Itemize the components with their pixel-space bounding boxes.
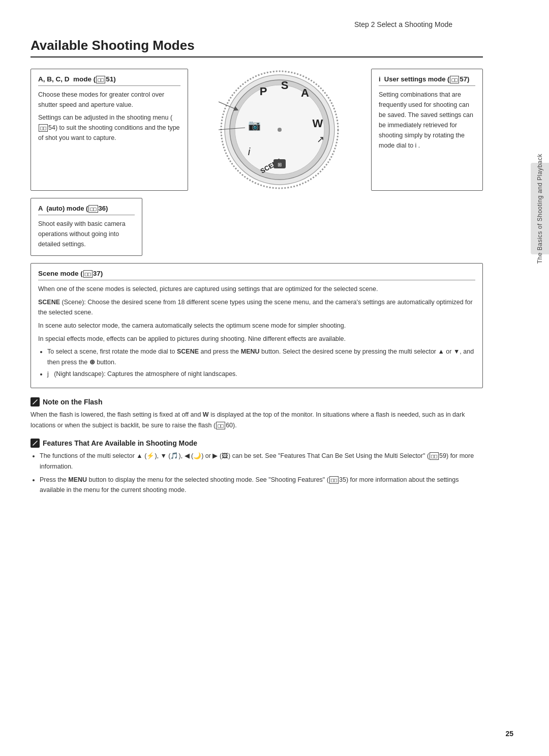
scene-mode-box: Scene mode (□□37) When one of the scene … xyxy=(30,263,483,388)
svg-text:A: A xyxy=(301,86,309,99)
note-flash-icon xyxy=(30,397,40,406)
svg-text:i: i xyxy=(248,146,251,157)
auto-mode-title: A (auto) mode (□□36) xyxy=(38,205,135,215)
auto-mode-body: Shoot easily with basic camera operation… xyxy=(38,219,135,249)
page-title: Available Shooting Modes xyxy=(30,38,483,57)
svg-point-16 xyxy=(278,128,282,132)
note-flash-title: Note on the Flash xyxy=(30,397,483,406)
features-icon xyxy=(30,439,40,448)
abcd-mode-box: A, B, C, D mode (□□51) Choose these mode… xyxy=(30,69,188,191)
vertical-tab-text: The Basics of Shooting and Playback xyxy=(536,154,543,264)
scene-mode-body: When one of the scene modes is selected,… xyxy=(38,284,475,380)
abcd-mode-title: A, B, C, D mode (□□51) xyxy=(38,75,180,86)
mode-dial-container: // We'll draw this purely in SVG with a … xyxy=(197,69,362,191)
svg-text:W: W xyxy=(313,117,323,130)
note-flash-body: When the flash is lowered, the flash set… xyxy=(30,410,483,430)
vertical-tab: The Basics of Shooting and Playback xyxy=(531,163,549,254)
user-settings-body: Setting combinations that are frequently… xyxy=(379,90,475,151)
svg-text:P: P xyxy=(260,85,267,98)
mid-row: A (auto) mode (□□36) Shoot easily with b… xyxy=(30,198,483,256)
abcd-mode-body: Choose these modes for greater control o… xyxy=(38,90,180,143)
user-settings-box: i User settings mode (□□57) Setting comb… xyxy=(371,69,483,191)
step-header: Step 2 Select a Shooting Mode xyxy=(30,20,483,28)
features-title: Features That Are Available in Shooting … xyxy=(30,439,483,448)
svg-text:↗: ↗ xyxy=(317,134,324,144)
svg-text:⊞: ⊞ xyxy=(278,162,282,167)
auto-mode-box: A (auto) mode (□□36) Shoot easily with b… xyxy=(30,198,142,256)
scene-mode-title: Scene mode (□□37) xyxy=(38,270,475,280)
top-row: A, B, C, D mode (□□51) Choose these mode… xyxy=(30,69,483,191)
note-flash-section: Note on the Flash When the flash is lowe… xyxy=(30,397,483,430)
svg-text:📷: 📷 xyxy=(248,119,261,131)
page-number: 25 xyxy=(505,730,513,738)
features-section: Features That Are Available in Shooting … xyxy=(30,439,483,496)
mode-dial-svg: // We'll draw this purely in SVG with a … xyxy=(219,69,341,191)
svg-text:S: S xyxy=(281,79,289,92)
user-settings-title: i User settings mode (□□57) xyxy=(379,75,475,86)
features-body: The functions of the multi selector ▲ (⚡… xyxy=(30,451,483,496)
